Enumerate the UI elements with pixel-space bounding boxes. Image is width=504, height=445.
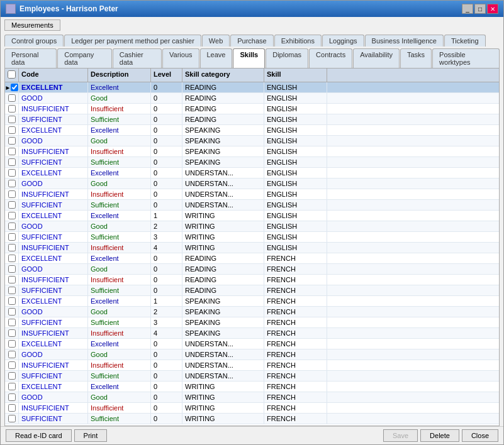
cell-level: 0 (151, 125, 182, 135)
cell-skill: FRENCH (264, 414, 327, 424)
table-row[interactable]: EXCELLENTExcellent1SPEAKINGFRENCH (5, 296, 499, 307)
tab-personal-data[interactable]: Personal data (4, 48, 57, 68)
tab-possible-worktypes[interactable]: Possible worktypes (432, 48, 500, 68)
maximize-button[interactable]: □ (474, 4, 486, 14)
cell-code: EXCELLENT (19, 125, 88, 135)
tab-various[interactable]: Various (162, 48, 199, 68)
close-window-button[interactable]: ✕ (487, 4, 498, 14)
cell-skill_category: SPEAKING (182, 146, 264, 157)
tab-diplomas[interactable]: Diplomas (266, 48, 308, 68)
close-button[interactable]: Close (462, 429, 498, 442)
cell-skill: FRENCH (264, 317, 327, 327)
row-checkbox-cell[interactable] (5, 264, 19, 274)
table-row[interactable]: EXCELLENTExcellent1WRITINGENGLISH (5, 211, 499, 221)
measurements-button[interactable]: Mesurements (4, 19, 60, 31)
row-checkbox-cell[interactable] (5, 93, 19, 103)
tab-ticketing[interactable]: Ticketing (444, 35, 486, 47)
save-button[interactable]: Save (383, 429, 418, 442)
table-row[interactable]: GOODGood0READINGENGLISH (5, 93, 499, 104)
row-checkbox-cell[interactable] (5, 328, 19, 338)
row-checkbox-cell[interactable] (5, 168, 19, 178)
tab-leave[interactable]: Leave (200, 48, 233, 68)
table-row[interactable]: INSUFFICIENTInsufficient0WRITINGFRENCH (5, 403, 499, 414)
row-checkbox-cell[interactable] (5, 146, 19, 157)
row-checkbox-cell[interactable] (5, 211, 19, 221)
tab-skills[interactable]: Skills (233, 48, 265, 68)
table-row[interactable]: GOODGood0UNDERSTAN...ENGLISH (5, 179, 499, 189)
print-button[interactable]: Print (74, 429, 108, 442)
row-checkbox-cell[interactable] (5, 179, 19, 189)
row-checkbox-cell[interactable] (5, 285, 19, 295)
row-checkbox-cell[interactable] (5, 275, 19, 285)
row-checkbox-cell[interactable] (5, 253, 19, 263)
cell-skill: ENGLISH (264, 125, 327, 135)
row-checkbox-cell[interactable] (5, 371, 19, 381)
table-row[interactable]: SUFFICIENTSufficient0WRITINGFRENCH (5, 414, 499, 424)
read-eid-button[interactable]: Read e-ID card (6, 429, 72, 442)
tab-ledger[interactable]: Ledger per payment method per cashier (64, 35, 201, 47)
tab-contracts[interactable]: Contracts (309, 48, 352, 68)
row-checkbox-cell[interactable] (5, 339, 19, 349)
table-row[interactable]: INSUFFICIENTInsufficient4WRITINGENGLISH (5, 243, 499, 253)
table-row[interactable]: SUFFICIENTSufficient0READINGFRENCH (5, 285, 499, 296)
tab-company-data[interactable]: Company data (57, 48, 112, 68)
table-row[interactable]: SUFFICIENTSufficient0UNDERSTAN...ENGLISH (5, 200, 499, 211)
col-header-check (5, 69, 19, 82)
row-checkbox-cell[interactable] (5, 296, 19, 306)
row-checkbox-cell[interactable] (5, 221, 19, 231)
row-checkbox-cell[interactable] (5, 403, 19, 413)
row-checkbox-cell[interactable] (5, 189, 19, 199)
tab-loggings[interactable]: Loggings (322, 35, 364, 47)
tab-purchase[interactable]: Purchase (230, 35, 273, 47)
table-row[interactable]: GOODGood0UNDERSTAN...FRENCH (5, 349, 499, 360)
table-row[interactable]: GOODGood2SPEAKINGFRENCH (5, 307, 499, 317)
table-row[interactable]: INSUFFICIENTInsufficient0READINGENGLISH (5, 104, 499, 114)
table-row[interactable]: INSUFFICIENTInsufficient0UNDERSTAN...FRE… (5, 360, 499, 371)
tab-control-groups[interactable]: Control groups (4, 35, 64, 47)
row-checkbox-cell[interactable] (5, 114, 19, 124)
row-checkbox-cell[interactable] (5, 349, 19, 360)
table-row[interactable]: EXCELLENTExcellent0READINGFRENCH (5, 253, 499, 264)
row-checkbox-cell[interactable] (5, 125, 19, 135)
table-row[interactable]: INSUFFICIENTInsufficient0SPEAKINGENGLISH (5, 146, 499, 157)
table-row[interactable]: ►EXCELLENTExcellent0READINGENGLISH (5, 82, 499, 93)
table-row[interactable]: SUFFICIENTSufficient3SPEAKINGFRENCH (5, 317, 499, 328)
cell-skill_category: READING (182, 82, 264, 92)
table-row[interactable]: GOODGood0WRITINGFRENCH (5, 392, 499, 403)
table-row[interactable]: SUFFICIENTSufficient0SPEAKINGENGLISH (5, 157, 499, 168)
table-row[interactable]: GOODGood0SPEAKINGENGLISH (5, 136, 499, 146)
table-row[interactable]: SUFFICIENTSufficient3WRITINGENGLISH (5, 232, 499, 243)
select-all-checkbox[interactable] (8, 70, 16, 79)
row-checkbox-cell[interactable] (5, 104, 19, 114)
tab-business-intelligence[interactable]: Business Intelligence (365, 35, 444, 47)
row-checkbox-cell[interactable] (5, 382, 19, 392)
row-checkbox-cell[interactable] (5, 360, 19, 370)
tab-web[interactable]: Web (202, 35, 230, 47)
row-checkbox-cell[interactable] (5, 136, 19, 146)
table-row[interactable]: INSUFFICIENTInsufficient0UNDERSTAN...ENG… (5, 189, 499, 200)
table-row[interactable]: EXCELLENTExcellent0UNDERSTAN...ENGLISH (5, 168, 499, 179)
tab-cashier-data[interactable]: Cashier data (113, 48, 162, 68)
table-row[interactable]: EXCELLENTExcellent0WRITINGFRENCH (5, 382, 499, 392)
row-checkbox-cell[interactable] (5, 157, 19, 167)
row-checkbox-cell[interactable] (5, 317, 19, 327)
tab-exhibitions[interactable]: Exhibitions (274, 35, 322, 47)
tab-availability[interactable]: Availability (353, 48, 400, 68)
table-row[interactable]: INSUFFICIENTInsufficient4SPEAKINGFRENCH (5, 328, 499, 339)
table-row[interactable]: GOODGood2WRITINGENGLISH (5, 221, 499, 232)
row-checkbox-cell[interactable] (5, 392, 19, 402)
minimize-button[interactable]: _ (462, 4, 473, 14)
row-checkbox-cell[interactable] (5, 307, 19, 317)
tab-tasks[interactable]: Tasks (400, 48, 432, 68)
table-row[interactable]: INSUFFICIENTInsufficient0READINGFRENCH (5, 275, 499, 285)
row-checkbox-cell[interactable] (5, 200, 19, 210)
delete-button[interactable]: Delete (420, 429, 459, 442)
table-row[interactable]: SUFFICIENTSufficient0UNDERSTAN...FRENCH (5, 371, 499, 382)
row-checkbox-cell[interactable] (5, 232, 19, 242)
table-row[interactable]: EXCELLENTExcellent0SPEAKINGENGLISH (5, 125, 499, 136)
table-row[interactable]: SUFFICIENTSufficient0READINGENGLISH (5, 114, 499, 125)
table-row[interactable]: GOODGood0READINGFRENCH (5, 264, 499, 275)
row-checkbox-cell[interactable] (5, 243, 19, 253)
table-row[interactable]: EXCELLENTExcellent0UNDERSTAN...FRENCH (5, 339, 499, 349)
row-checkbox-cell[interactable] (5, 414, 19, 424)
